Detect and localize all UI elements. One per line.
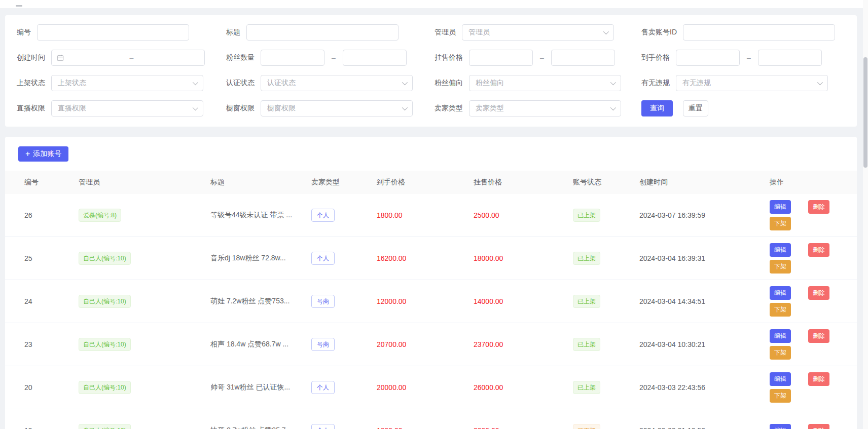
- list-price-max-input[interactable]: [551, 50, 615, 66]
- header-list-price: 挂售价格: [474, 178, 573, 187]
- status-tag: 已上架: [573, 295, 600, 308]
- table-row: 26 爱慕(编号:8) 等级号44级未认证 带票 ... 个人 1800.00 …: [5, 194, 857, 237]
- cell-actions: 编辑 删除: [770, 424, 837, 429]
- cell-net-price: 1800.00: [377, 211, 474, 219]
- header-created: 创建时间: [639, 178, 770, 187]
- cell-created: 2024-03-04 14:34:51: [639, 297, 770, 305]
- id-label: 编号: [17, 28, 31, 37]
- showcase-permission-select[interactable]: 橱窗权限: [261, 100, 413, 116]
- edit-button[interactable]: 编辑: [770, 286, 791, 300]
- manager-tag: 自己人(编号:10): [79, 424, 131, 429]
- cell-actions: 编辑 删除 下架: [770, 329, 837, 360]
- plus-icon: +: [25, 149, 30, 159]
- offshelf-button[interactable]: 下架: [770, 217, 791, 230]
- cell-actions: 编辑 删除 下架: [770, 200, 837, 230]
- manager-tag: 爱慕(编号:8): [79, 209, 121, 222]
- edit-button[interactable]: 编辑: [770, 372, 791, 386]
- cell-net-price: 20700.00: [377, 340, 474, 348]
- violation-label: 有无违规: [641, 79, 670, 88]
- edit-button[interactable]: 编辑: [770, 329, 791, 343]
- shelf-status-select[interactable]: 上架状态: [51, 75, 203, 91]
- status-tag: 已上架: [573, 209, 600, 222]
- seller-type-tag: 个人: [311, 252, 335, 265]
- delete-button[interactable]: 删除: [808, 286, 829, 300]
- delete-button[interactable]: 删除: [808, 372, 829, 386]
- cell-list-price: 2500.00: [474, 211, 573, 219]
- fans-bias-select[interactable]: 粉丝偏向: [469, 75, 621, 91]
- filter-field-shelf-status: 上架状态 上架状态: [17, 75, 226, 91]
- filter-field-net-price: 到手价格 –: [641, 50, 845, 66]
- chevron-down-icon: [402, 105, 408, 110]
- add-account-button[interactable]: + 添加账号: [18, 146, 68, 162]
- cell-net-price: 12000.00: [377, 297, 474, 305]
- id-input[interactable]: [37, 24, 189, 41]
- cell-title: 帅哥 31w粉丝 已认证恢...: [210, 383, 311, 392]
- net-price-max-input[interactable]: [758, 50, 822, 66]
- violation-select-placeholder: 有无违规: [682, 79, 711, 88]
- filter-field-sale-account-id: 售卖账号ID: [641, 24, 845, 41]
- verify-status-label: 认证状态: [226, 79, 255, 88]
- fans-bias-label: 粉丝偏向: [435, 79, 463, 88]
- chevron-down-icon: [603, 29, 609, 34]
- cell-title: 快哥 0.7w粉丝 点赞85.7...: [210, 426, 311, 429]
- delete-button[interactable]: 删除: [808, 424, 829, 429]
- created-time-daterange-picker[interactable]: –: [51, 50, 205, 66]
- fans-count-min-input[interactable]: [261, 50, 324, 66]
- seller-type-select-placeholder: 卖家类型: [476, 104, 504, 113]
- filter-field-fans-count: 粉丝数量 –: [226, 50, 435, 66]
- reset-button[interactable]: 重置: [683, 100, 708, 116]
- delete-button[interactable]: 删除: [808, 243, 829, 257]
- filter-field-manager: 管理员 管理员: [435, 24, 641, 41]
- live-permission-select-placeholder: 直播权限: [58, 104, 86, 113]
- cell-created: 2024-03-03 21:10:52: [639, 426, 770, 429]
- live-permission-select[interactable]: 直播权限: [51, 100, 203, 116]
- search-button[interactable]: 查询: [641, 100, 673, 116]
- list-price-min-input[interactable]: [469, 50, 533, 66]
- scrollbar-thumb[interactable]: [863, 57, 867, 168]
- offshelf-button[interactable]: 下架: [770, 260, 791, 274]
- list-price-label: 挂售价格: [435, 53, 463, 62]
- offshelf-button[interactable]: 下架: [770, 346, 791, 360]
- cell-actions: 编辑 删除 下架: [770, 372, 837, 403]
- cell-title: 萌娃 7.2w粉丝 点赞753...: [210, 297, 311, 306]
- edit-button[interactable]: 编辑: [770, 424, 791, 429]
- sale-account-id-input[interactable]: [683, 24, 835, 41]
- cell-actions: 编辑 删除 下架: [770, 286, 837, 317]
- net-price-min-input[interactable]: [676, 50, 740, 66]
- offshelf-button[interactable]: 下架: [770, 303, 791, 317]
- chevron-down-icon: [610, 80, 616, 85]
- delete-button[interactable]: 删除: [808, 200, 829, 214]
- range-separator: –: [747, 54, 751, 62]
- verify-status-select-placeholder: 认证状态: [267, 79, 296, 88]
- seller-type-tag: 个人: [311, 381, 335, 394]
- top-bar: [0, 0, 868, 8]
- fans-count-max-input[interactable]: [343, 50, 407, 66]
- chevron-down-icon: [402, 80, 408, 85]
- seller-type-label: 卖家类型: [435, 104, 463, 113]
- delete-button[interactable]: 删除: [808, 329, 829, 343]
- shelf-status-select-placeholder: 上架状态: [58, 79, 86, 88]
- table-row: 19 自己人(编号:10) 快哥 0.7w粉丝 点赞85.7... 个人 100…: [5, 409, 857, 429]
- filter-field-verify-status: 认证状态 认证状态: [226, 75, 435, 91]
- calendar-icon: [57, 54, 64, 61]
- edit-button[interactable]: 编辑: [770, 243, 791, 257]
- offshelf-button[interactable]: 下架: [770, 389, 791, 403]
- page-scrollbar[interactable]: [863, 0, 868, 429]
- header-seller-type: 卖家类型: [311, 178, 377, 187]
- seller-type-select[interactable]: 卖家类型: [469, 100, 621, 116]
- table-row: 20 自己人(编号:10) 帅哥 31w粉丝 已认证恢... 个人 20000.…: [5, 366, 857, 409]
- manager-tag: 自己人(编号:10): [79, 381, 131, 394]
- header-id: 编号: [24, 178, 79, 187]
- manager-select[interactable]: 管理员: [462, 24, 614, 41]
- title-input[interactable]: [246, 24, 399, 41]
- violation-select[interactable]: 有无违规: [676, 75, 828, 91]
- cell-id: 19: [24, 426, 79, 429]
- edit-button[interactable]: 编辑: [770, 200, 791, 214]
- cell-list-price: 23700.00: [474, 340, 573, 348]
- range-separator: –: [540, 54, 544, 62]
- sale-account-id-label: 售卖账号ID: [641, 28, 677, 37]
- chevron-down-icon: [610, 105, 616, 110]
- verify-status-select[interactable]: 认证状态: [261, 75, 413, 91]
- filter-panel: 编号 标题 管理员 管理员 售卖账号ID 创建时间: [5, 15, 857, 127]
- fans-count-label: 粉丝数量: [226, 53, 255, 62]
